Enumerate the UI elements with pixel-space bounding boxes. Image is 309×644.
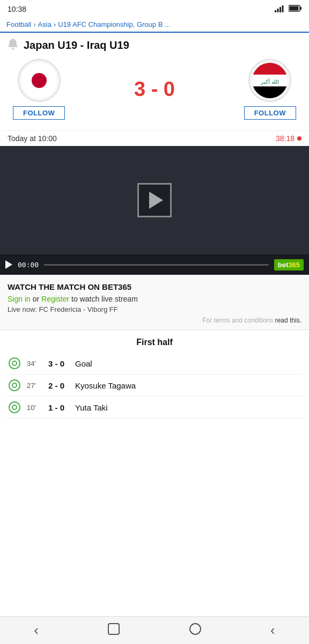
promo-links: Sign in or Register to watch live stream	[8, 295, 301, 303]
bet365-text: bet365	[278, 261, 300, 269]
nav-forward-button[interactable]: ‹	[266, 618, 279, 643]
breadcrumb-asia[interactable]: Asia	[38, 20, 52, 28]
teams-row: FOLLOW 3 - 0 الله أكبر	[8, 59, 301, 120]
event-icon-inner	[12, 361, 17, 366]
home-team-flag	[18, 59, 61, 102]
register-link[interactable]: Register	[41, 295, 69, 303]
status-bar: 10:38	[0, 0, 309, 17]
event-minute: 27'	[27, 382, 42, 390]
event-description: Kyosuke Tagawa	[75, 381, 136, 390]
event-minute: 34'	[27, 360, 42, 368]
svg-point-17	[190, 624, 201, 634]
event-description: Goal	[75, 359, 92, 368]
promo-terms: For terms and conditions read this.	[8, 317, 301, 324]
svg-rect-2	[279, 7, 281, 12]
section-header: First half	[0, 330, 309, 353]
video-time: 00:00	[18, 261, 39, 269]
video-play-button-small[interactable]	[5, 260, 12, 269]
event-goal-icon	[9, 379, 20, 391]
event-score: 2 - 0	[48, 381, 69, 390]
away-follow-button[interactable]: FOLLOW	[244, 106, 296, 120]
svg-rect-0	[275, 10, 276, 12]
promo-live-now: Live now: FC Fredericia - Viborg FF	[8, 305, 301, 313]
signal-icon	[275, 5, 285, 14]
bell-icon[interactable]	[8, 38, 18, 53]
away-team: الله أكبر FOLLOW	[244, 59, 296, 120]
event-goal-icon	[9, 401, 20, 413]
nav-circle-button[interactable]	[184, 618, 207, 643]
breadcrumb-football[interactable]: Football	[6, 20, 31, 28]
svg-text:الله أكبر: الله أكبر	[260, 78, 279, 85]
breadcrumb-sep-2: ›	[54, 20, 56, 28]
events-list: 34' 3 - 0 Goal 27' 2 - 0 Kyosuke Tagawa …	[0, 353, 309, 419]
promo-terms-prefix: For terms and conditions	[202, 317, 275, 324]
play-triangle-icon	[149, 192, 163, 209]
event-icon-inner	[12, 383, 17, 388]
svg-point-9	[32, 73, 47, 88]
svg-rect-3	[282, 5, 284, 12]
status-time: 10:38	[8, 5, 26, 13]
svg-rect-5	[300, 7, 302, 10]
video-progress-bar[interactable]	[44, 264, 269, 266]
match-time-row: Today at 10:00 38:18	[0, 130, 309, 146]
event-icon-inner	[12, 405, 17, 410]
match-title: Japan U19 - Iraq U19	[24, 39, 129, 52]
svg-rect-12	[252, 63, 288, 75]
event-row: 27' 2 - 0 Kyosuke Tagawa	[5, 375, 304, 397]
kickoff-time: Today at 10:00	[8, 134, 57, 143]
event-score: 3 - 0	[48, 359, 69, 368]
event-row: 10' 1 - 0 Yuta Taki	[5, 397, 304, 419]
live-time: 38:18	[276, 134, 301, 143]
bottom-nav: ‹ ‹	[0, 616, 309, 644]
nav-home-button[interactable]	[102, 618, 125, 643]
svg-rect-14	[252, 86, 288, 98]
promo-suffix: to watch live stream	[69, 295, 138, 303]
match-header: Japan U19 - Iraq U19 FOLLOW 3 - 0	[0, 33, 309, 130]
promo-or: or	[31, 295, 41, 303]
breadcrumb-competition[interactable]: U19 AFC Championship, Group B ...	[58, 20, 171, 28]
away-team-flag: الله أكبر	[248, 59, 291, 102]
bet365-badge: bet365	[274, 259, 304, 270]
battery-icon	[289, 5, 301, 13]
breadcrumb-sep-1: ›	[33, 20, 35, 28]
nav-back-button[interactable]: ‹	[30, 618, 43, 643]
svg-rect-16	[108, 624, 119, 634]
event-score: 1 - 0	[48, 403, 69, 412]
match-score: 3 - 0	[134, 78, 175, 101]
video-area[interactable]	[0, 146, 309, 254]
event-row: 34' 3 - 0 Goal	[5, 353, 304, 375]
event-goal-icon	[9, 357, 20, 369]
signin-link[interactable]: Sign in	[8, 295, 31, 303]
video-play-button-large[interactable]	[137, 183, 172, 217]
match-title-row: Japan U19 - Iraq U19	[8, 38, 301, 53]
breadcrumb: Football › Asia › U19 AFC Championship, …	[0, 17, 309, 33]
live-timer: 38:18	[276, 134, 295, 143]
event-minute: 10'	[27, 404, 42, 412]
bet365-365: 365	[288, 261, 300, 269]
promo-title: WATCH THE MATCH ON BET365	[8, 282, 301, 291]
home-team: FOLLOW	[13, 59, 65, 120]
svg-point-7	[12, 48, 14, 50]
svg-rect-1	[277, 9, 279, 12]
video-player[interactable]: 00:00 bet365	[0, 146, 309, 275]
status-bar-right	[275, 5, 301, 14]
live-dot	[297, 136, 301, 141]
home-follow-button[interactable]: FOLLOW	[13, 106, 65, 120]
promo-terms-link[interactable]: read this.	[275, 317, 301, 324]
bet365-promo: WATCH THE MATCH ON BET365 Sign in or Reg…	[0, 275, 309, 330]
video-controls: 00:00 bet365	[0, 254, 309, 275]
event-description: Yuta Taki	[75, 403, 108, 412]
svg-rect-6	[290, 6, 299, 11]
